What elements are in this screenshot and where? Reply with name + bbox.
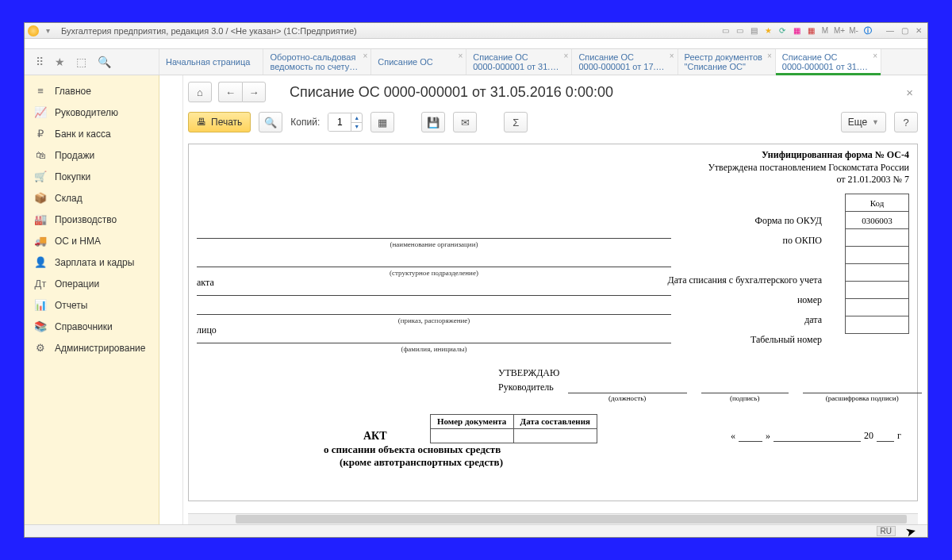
tb-icon-1[interactable]: ▭ <box>720 25 731 36</box>
label-tab-number: Табельный номер <box>668 330 822 350</box>
print-button[interactable]: 🖶 Печать <box>188 112 251 132</box>
sidebar-item-main[interactable]: ≡Главное <box>25 80 159 102</box>
label-number: номер <box>668 290 822 310</box>
code-table: Код 0306003 <box>845 194 909 334</box>
bars-icon: 📊 <box>34 299 47 311</box>
sidebar-item-production[interactable]: 🏭Производство <box>25 209 159 230</box>
dt-icon: Дт <box>34 278 47 290</box>
document-viewport[interactable]: Унифицированная форма № ОС-4 Утверждена … <box>183 139 927 513</box>
tab-writeoff-31b[interactable]: Списание ОС0000-000001 от 31.… × <box>776 49 881 75</box>
save-button[interactable]: 💾 <box>421 112 445 132</box>
email-button[interactable]: ✉ <box>453 112 477 132</box>
tabbar: ⠿ ★ ⬚ 🔍 Начальная страница Оборотно-саль… <box>25 48 927 75</box>
sidebar-item-label: Отчеты <box>55 300 87 311</box>
history-icon[interactable]: ⟳ <box>777 25 788 36</box>
close-icon[interactable]: × <box>564 52 569 60</box>
tab-writeoff-31a[interactable]: Списание ОС0000-000001 от 31.… × <box>466 49 572 75</box>
sidebar-item-label: Зарплата и кадры <box>55 257 134 268</box>
printer-icon: 🖶 <box>197 117 206 128</box>
calendar-icon[interactable]: ▦ <box>805 25 816 36</box>
home-button[interactable]: ⌂ <box>188 82 212 102</box>
app-icon <box>28 25 39 36</box>
close-icon[interactable]: × <box>873 52 877 60</box>
window-title: Бухгалтерия предприятия, редакция 3.0 / … <box>61 26 357 36</box>
sidebar-item-bank[interactable]: ₽Банк и касса <box>25 123 159 144</box>
tab-writeoff-17[interactable]: Списание ОС0000-000001 от 17.… × <box>572 49 678 75</box>
apps-icon[interactable]: ⠿ <box>36 56 44 68</box>
copies-label: Копий: <box>290 117 320 128</box>
m-plus-icon[interactable]: M+ <box>834 25 845 36</box>
label-okud: Форма по ОКУД <box>668 211 822 231</box>
sidebar-item-label: Покупки <box>55 171 90 182</box>
star-icon[interactable]: ★ <box>55 56 65 68</box>
sidebar-item-label: ОС и НМА <box>55 236 101 247</box>
approve-role: Руководитель <box>498 382 554 393</box>
sidebar-item-warehouse[interactable]: 📦Склад <box>25 187 159 209</box>
more-button[interactable]: Еще ▼ <box>841 112 886 132</box>
caption-order: (приказ, распоряжение) <box>197 316 671 324</box>
approve-title: УТВЕРЖДАЮ <box>498 367 909 379</box>
sidebar-item-salary[interactable]: 👤Зарплата и кадры <box>25 251 159 273</box>
tab-writeoff[interactable]: Списание ОС × <box>371 49 466 75</box>
m-icon[interactable]: M <box>820 25 831 36</box>
tab-balance-sheet[interactable]: Оборотно-сальдоваяведомость по счету… × <box>263 49 371 75</box>
sidebar-item-label: Справочники <box>55 321 113 332</box>
select-icon[interactable]: ⬚ <box>76 56 86 68</box>
sidebar-item-operations[interactable]: ДтОперации <box>25 273 159 294</box>
person-icon: 👤 <box>34 256 47 268</box>
close-icon[interactable]: × <box>670 52 674 60</box>
spin-up-icon[interactable]: ▲ <box>351 113 362 123</box>
document-header: ⌂ ← → Списание ОС 0000-000001 от 31.05.2… <box>183 75 927 109</box>
sidebar-item-label: Продажи <box>55 150 94 161</box>
m-minus-icon[interactable]: M- <box>848 25 859 36</box>
favorite-icon[interactable]: ★ <box>762 25 774 36</box>
fragment-lico: лицо <box>197 324 217 336</box>
sidebar-item-reports[interactable]: 📊Отчеты <box>25 294 159 316</box>
sidebar-item-assets[interactable]: 🚚ОС и НМА <box>25 230 159 251</box>
preview-button[interactable]: 🔍 <box>259 112 282 132</box>
back-button[interactable]: ← <box>218 82 242 102</box>
help-icon[interactable]: ⓘ <box>862 25 873 36</box>
close-icon[interactable]: × <box>767 52 772 60</box>
minimize-icon[interactable]: — <box>885 25 896 36</box>
sidebar-item-sales[interactable]: 🛍Продажи <box>25 144 159 166</box>
sidebar-item-label: Производство <box>55 214 117 225</box>
sidebar-item-label: Склад <box>55 193 83 204</box>
caption-org: (наименование организации) <box>197 240 671 248</box>
tab-registry[interactable]: Реестр документов"Списание ОС" × <box>678 49 776 75</box>
spin-down-icon[interactable]: ▼ <box>351 123 362 132</box>
box-icon: 📦 <box>34 192 47 204</box>
help-button[interactable]: ? <box>894 112 918 132</box>
forward-button[interactable]: → <box>242 82 266 102</box>
dropdown-icon[interactable]: ▾ <box>42 25 53 36</box>
sidebar-item-directories[interactable]: 📚Справочники <box>25 316 159 337</box>
close-window-icon[interactable]: ✕ <box>913 25 924 36</box>
tab-start[interactable]: Начальная страница <box>159 49 263 75</box>
tb-icon-2[interactable]: ▭ <box>734 25 745 36</box>
gear-icon: ⚙ <box>34 342 47 354</box>
search-icon[interactable]: 🔍 <box>98 56 111 68</box>
sidebar: ≡Главное 📈Руководителю ₽Банк и касса 🛍Пр… <box>25 75 159 524</box>
label-date: дата <box>668 310 822 330</box>
sum-button[interactable]: Σ <box>504 112 528 132</box>
close-icon[interactable]: × <box>363 52 367 60</box>
sidebar-item-label: Главное <box>55 86 91 97</box>
copies-input[interactable] <box>328 113 351 131</box>
sidebar-item-admin[interactable]: ⚙Администрирование <box>25 337 159 359</box>
sidebar-item-purchases[interactable]: 🛒Покупки <box>25 166 159 187</box>
close-document-icon[interactable]: × <box>901 82 918 102</box>
calc-icon[interactable]: ▦ <box>791 25 802 36</box>
sidebar-item-manager[interactable]: 📈Руководителю <box>25 102 159 123</box>
form-title: Унифицированная форма № ОС-4 <box>689 149 909 162</box>
close-icon[interactable]: × <box>458 52 463 60</box>
caption-position: (должность) <box>568 394 687 402</box>
statusbar: RU <box>25 524 927 537</box>
settings-button[interactable]: ▦ <box>370 112 394 132</box>
maximize-icon[interactable]: ▢ <box>899 25 910 36</box>
language-indicator[interactable]: RU <box>877 526 896 536</box>
horizontal-scrollbar[interactable] <box>188 513 918 524</box>
scrollbar-thumb[interactable] <box>236 515 907 524</box>
label-writeoff-date: Дата списания с бухгалтерского учета <box>668 270 822 290</box>
tb-icon-3[interactable]: ▤ <box>748 25 759 36</box>
copies-spinner[interactable]: ▲▼ <box>328 113 363 132</box>
